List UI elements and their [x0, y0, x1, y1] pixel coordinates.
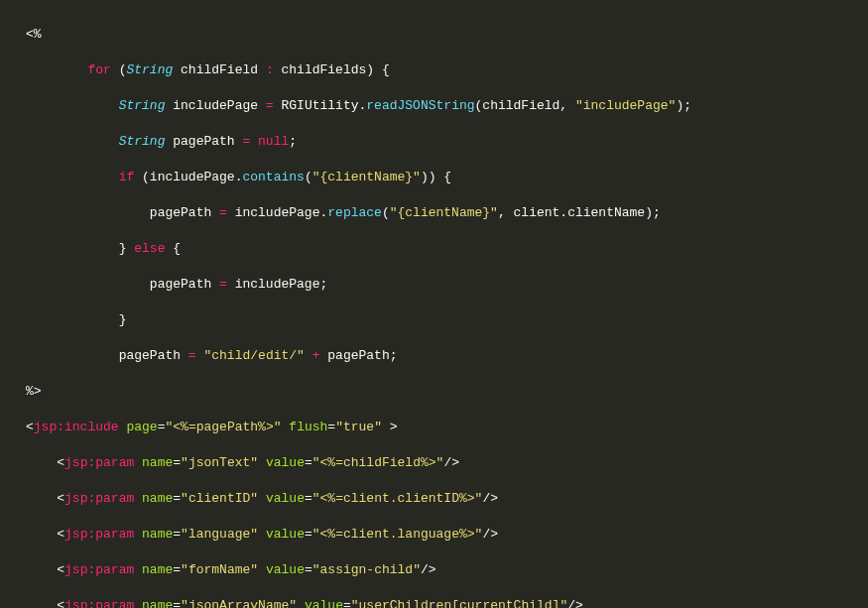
- string-literal: "includePage": [575, 98, 676, 113]
- code-line: if (includePage.contains("{clientName}")…: [26, 169, 868, 186]
- method-call: readJSONString: [366, 98, 474, 113]
- scriptlet-open: <%: [26, 27, 42, 42]
- attr-value: "formName": [181, 562, 258, 577]
- type-string: String: [126, 62, 173, 77]
- jsp-tag: jsp:param: [64, 455, 134, 470]
- attr-name: name: [142, 527, 173, 542]
- code-line: for (String childField : childFields) {: [26, 61, 868, 79]
- attr-value: "<%=pagePath%>": [165, 420, 281, 434]
- code-line: pagePath = includePage.replace("{clientN…: [26, 204, 868, 222]
- code-line: <jsp:param name="language" value="<%=cli…: [26, 526, 868, 544]
- method-call: replace: [327, 205, 382, 220]
- code-line: <jsp:param name="clientID" value="<%=cli…: [26, 490, 868, 508]
- keyword-if: if: [119, 170, 135, 184]
- attr-name: page: [126, 420, 157, 434]
- jsp-tag: jsp:param: [64, 598, 134, 608]
- attr-name: name: [142, 455, 173, 470]
- attr-name: name: [142, 562, 173, 577]
- jsp-tag: jsp:include: [34, 420, 119, 434]
- attr-value: "<%=client.language%>": [312, 527, 483, 542]
- attr-name: flush: [289, 420, 327, 434]
- keyword-null: null: [250, 134, 289, 149]
- type-string: String: [119, 98, 166, 113]
- code-line: %>: [26, 383, 868, 401]
- string-literal: "child/edit/": [203, 348, 304, 363]
- attr-name: name: [142, 598, 173, 608]
- attr-value: "clientID": [181, 491, 258, 506]
- method-call: contains: [242, 170, 304, 184]
- code-line: }: [26, 311, 868, 329]
- keyword-else: else: [134, 241, 165, 256]
- attr-name: name: [142, 491, 173, 506]
- code-line: pagePath = includePage;: [26, 276, 868, 294]
- attr-name: value: [266, 491, 305, 506]
- attr-value: "userChildren[currentChild]": [351, 598, 567, 608]
- code-line: String includePage = RGIUtility.readJSON…: [26, 97, 868, 115]
- code-line: String pagePath = null;: [26, 133, 868, 151]
- attr-value: "jsonArrayName": [181, 598, 297, 608]
- code-line: <jsp:param name="jsonArrayName" value="u…: [26, 597, 868, 608]
- code-editor[interactable]: <% for (String childField : childFields)…: [0, 0, 868, 608]
- code-line: <jsp:include page="<%=pagePath%>" flush=…: [26, 419, 868, 436]
- code-line: <jsp:param name="formName" value="assign…: [26, 561, 868, 579]
- attr-value: "language": [181, 527, 258, 542]
- code-line: pagePath = "child/edit/" + pagePath;: [26, 347, 868, 365]
- code-line: } else {: [26, 240, 868, 258]
- attr-value: "<%=childField%>": [312, 455, 444, 470]
- attr-value: "<%=client.clientID%>": [312, 491, 483, 506]
- string-literal: "{clientName}": [312, 170, 421, 184]
- attr-value: "assign-child": [312, 562, 421, 577]
- jsp-tag: jsp:param: [64, 527, 134, 542]
- code-line: <jsp:param name="jsonText" value="<%=chi…: [26, 454, 868, 472]
- attr-name: value: [266, 562, 305, 577]
- jsp-tag: jsp:param: [64, 491, 134, 506]
- scriptlet-close: %>: [26, 384, 42, 399]
- keyword-for: for: [87, 62, 110, 77]
- type-string: String: [119, 134, 166, 149]
- string-literal: "{clientName}": [390, 205, 498, 220]
- attr-name: value: [266, 527, 305, 542]
- code-line: <%: [26, 26, 868, 44]
- attr-value: "true": [335, 420, 382, 434]
- attr-name: value: [266, 455, 305, 470]
- attr-name: value: [305, 598, 343, 608]
- attr-value: "jsonText": [181, 455, 258, 470]
- jsp-tag: jsp:param: [64, 562, 134, 577]
